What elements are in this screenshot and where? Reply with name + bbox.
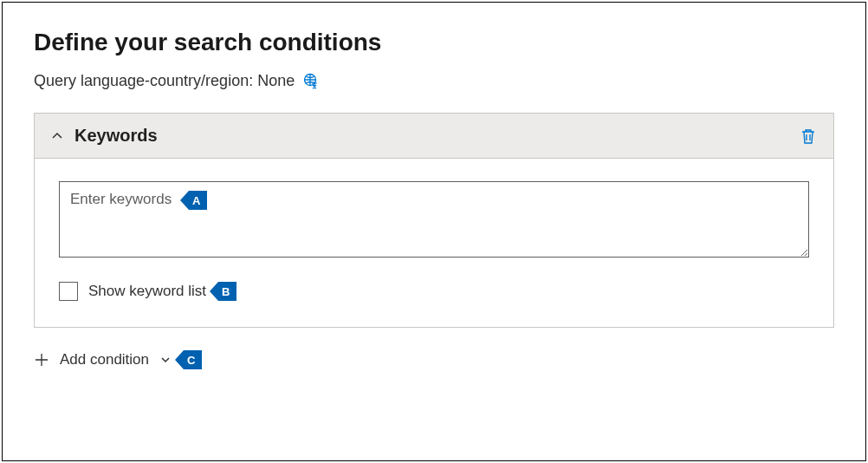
page-title: Define your search conditions	[34, 29, 834, 56]
show-keyword-list-row: Show keyword list B	[59, 282, 809, 301]
keywords-panel-header[interactable]: Keywords	[35, 114, 833, 159]
keywords-panel: Keywords A Show keyword list B	[34, 113, 834, 328]
chevron-down-icon	[159, 354, 172, 366]
language-region-row: Query language-country/region: None	[34, 72, 834, 90]
keywords-panel-title: Keywords	[74, 126, 788, 146]
add-condition-label: Add condition	[60, 351, 149, 368]
keywords-panel-body: A Show keyword list B	[35, 159, 833, 327]
keyword-input[interactable]	[59, 181, 809, 258]
annotation-tag-c: C	[184, 350, 202, 369]
page-container: Define your search conditions Query lang…	[2, 2, 866, 461]
plus-icon	[34, 352, 49, 368]
language-icon[interactable]	[303, 73, 321, 90]
add-condition-button[interactable]: Add condition C	[34, 350, 834, 369]
annotation-tag-a: A	[189, 191, 207, 210]
language-region-label: Query language-country/region: None	[34, 72, 295, 90]
show-keyword-list-label: Show keyword list	[88, 283, 206, 300]
trash-icon[interactable]	[799, 127, 818, 146]
show-keyword-list-checkbox[interactable]	[59, 282, 78, 301]
keyword-input-wrap: A	[59, 181, 809, 261]
annotation-tag-b: B	[218, 282, 236, 301]
chevron-up-icon[interactable]	[50, 129, 64, 143]
